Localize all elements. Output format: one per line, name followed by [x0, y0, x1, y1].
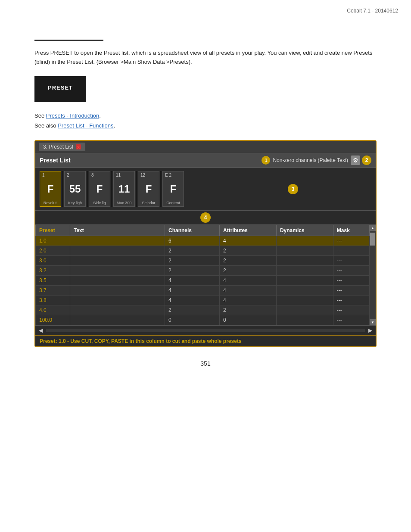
see-also: See Presets - Introduction. See also Pre… [34, 111, 377, 131]
gear-button[interactable]: ⚙ [351, 156, 360, 165]
separator-2 [87, 171, 88, 207]
preset-button[interactable]: PRESET [34, 76, 86, 102]
badge-2: 2 [362, 156, 371, 165]
page-number: 351 [34, 360, 377, 367]
cell-text [70, 236, 165, 246]
cell-dynamics [276, 276, 333, 286]
cell-preset: 3.7 [36, 286, 70, 296]
preset-list-widget: 3. Preset List x Preset List 1 Non-zero … [34, 140, 377, 347]
table-row[interactable]: 3.222--- [36, 266, 370, 276]
section-title-bar [34, 40, 103, 41]
channel-cell-1[interactable]: 1 F Revoluti [40, 171, 61, 207]
preset-list-title: Preset List [40, 157, 262, 164]
cell-channels: 2 [165, 305, 220, 315]
table-row[interactable]: 3.744--- [36, 286, 370, 296]
h-scroll-track [46, 329, 365, 332]
cell-channels: 4 [165, 286, 220, 296]
cell-mask: --- [333, 315, 369, 325]
cell-preset: 1.0 [36, 236, 70, 246]
table-row[interactable]: 3.844--- [36, 296, 370, 305]
cell-preset: 3.8 [36, 296, 70, 305]
cell-mask: --- [333, 286, 369, 296]
preset-button-label: PRESET [48, 84, 73, 91]
channel-display: 1 F Revoluti 2 55 Key ligh 8 F Side lig … [35, 168, 376, 211]
cell-text [70, 256, 165, 266]
channel-cell-8[interactable]: 8 F Side lig [89, 171, 110, 207]
cell-dynamics [276, 296, 333, 305]
status-bar: Preset: 1.0 - Use CUT, COPY, PASTE in th… [35, 335, 376, 346]
badge-1-label: Non-zero channels (Palette Text) [273, 157, 348, 163]
separator-4 [136, 171, 137, 207]
cell-channels: 2 [165, 266, 220, 276]
cell-attributes: 2 [220, 246, 277, 256]
table-row[interactable]: 3.544--- [36, 276, 370, 286]
badge-3: 3 [288, 184, 298, 194]
cell-attributes: 4 [220, 286, 277, 296]
channel-cell-12[interactable]: 12 F Selador [138, 171, 159, 207]
cell-text [70, 305, 165, 315]
widget-tab[interactable]: 3. Preset List x [39, 143, 85, 151]
h-scroll-left-button[interactable]: ◀ [37, 327, 44, 334]
badge-3-container: 3 [288, 184, 298, 194]
scrollbar-thumb[interactable] [370, 233, 375, 246]
content-area: Press PRESET to open the Preset list, wh… [0, 14, 411, 384]
cell-text [70, 266, 165, 276]
badge-1: 1 [262, 156, 270, 165]
table-row[interactable]: 2.022--- [36, 246, 370, 256]
table-row[interactable]: 4.022--- [36, 305, 370, 315]
cell-mask: --- [333, 266, 369, 276]
cell-attributes: 2 [220, 305, 277, 315]
cell-text [70, 276, 165, 286]
cell-channels: 2 [165, 246, 220, 256]
link-preset-functions[interactable]: Preset List - Functions [58, 122, 113, 129]
cell-channels: 2 [165, 256, 220, 266]
separator-3 [111, 171, 112, 207]
cell-channels: 4 [165, 296, 220, 305]
header-badge-row: 1 Non-zero channels (Palette Text) ⚙ [262, 156, 360, 165]
cell-preset: 4.0 [36, 305, 70, 315]
table-wrapper: Preset Text Channels Attributes Dynamics… [35, 225, 370, 325]
channel-cell-2[interactable]: 2 55 Key ligh [64, 171, 86, 207]
badge-4: 4 [200, 212, 211, 223]
cell-mask: --- [333, 256, 369, 266]
cell-dynamics [276, 266, 333, 276]
h-scroll-right-button[interactable]: ▶ [367, 327, 374, 334]
cell-attributes: 0 [220, 315, 277, 325]
col-mask: Mask [333, 225, 369, 236]
cell-channels: 0 [165, 315, 220, 325]
cell-mask: --- [333, 296, 369, 305]
cell-channels: 6 [165, 236, 220, 246]
tab-close-button[interactable]: x [76, 144, 81, 149]
cell-text [70, 286, 165, 296]
preset-table: Preset Text Channels Attributes Dynamics… [35, 225, 370, 325]
page-header: Cobalt 7.1 - 20140612 [0, 0, 411, 14]
table-row[interactable]: 100.000--- [36, 315, 370, 325]
cell-mask: --- [333, 236, 369, 246]
cell-channels: 4 [165, 276, 220, 286]
status-text: Preset: 1.0 - Use CUT, COPY, PASTE in th… [40, 338, 242, 344]
link-presets-intro[interactable]: Presets - Introduction [46, 112, 100, 119]
channel-cell-e2[interactable]: E 2 F Content [162, 171, 184, 207]
cell-preset: 3.2 [36, 266, 70, 276]
scroll-up-button[interactable]: ▲ [370, 225, 376, 231]
tab-label: 3. Preset List [43, 144, 73, 150]
cell-mask: --- [333, 305, 369, 315]
separator-1 [62, 171, 63, 207]
scrollbar-area: Preset Text Channels Attributes Dynamics… [35, 225, 376, 325]
cell-attributes: 4 [220, 276, 277, 286]
col-preset: Preset [36, 225, 70, 236]
vertical-scrollbar: ▲ ▼ [370, 225, 376, 325]
table-row[interactable]: 3.022--- [36, 256, 370, 266]
cell-dynamics [276, 246, 333, 256]
cell-mask: --- [333, 246, 369, 256]
cell-dynamics [276, 236, 333, 246]
channel-cell-11[interactable]: 11 11 Mac 300 [113, 171, 135, 207]
col-channels: Channels [165, 225, 220, 236]
scroll-down-button[interactable]: ▼ [370, 319, 376, 325]
widget-tab-bar: 3. Preset List x [35, 141, 376, 153]
table-row[interactable]: 1.064--- [36, 236, 370, 246]
cell-text [70, 296, 165, 305]
cell-dynamics [276, 256, 333, 266]
cell-attributes: 2 [220, 256, 277, 266]
intro-text: Press PRESET to open the Preset list, wh… [34, 49, 377, 67]
